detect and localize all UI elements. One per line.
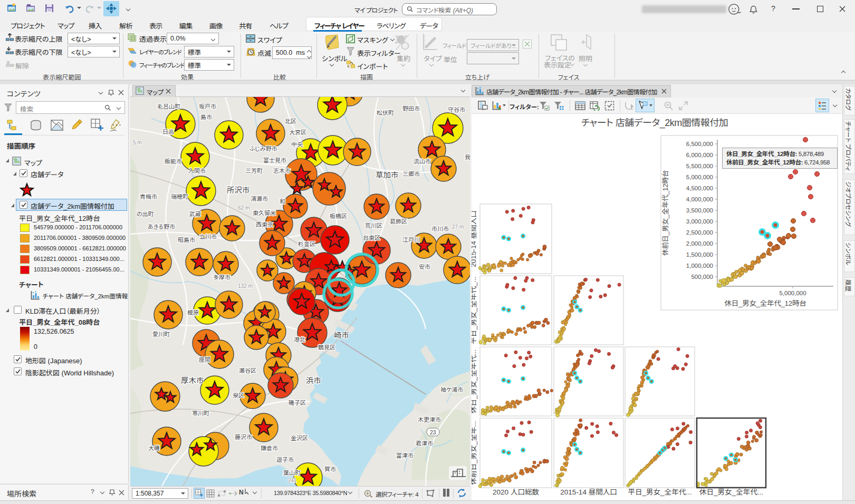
- svg-text:木更津市: 木更津市: [418, 416, 441, 423]
- svg-text:我: 我: [465, 154, 470, 160]
- svg-text:清瀬市: 清瀬市: [251, 196, 268, 202]
- svg-text:港北: 港北: [294, 336, 305, 343]
- svg-text:27 m: 27 m: [452, 224, 464, 230]
- svg-text:飯能市: 飯能市: [165, 158, 182, 164]
- svg-text:磯子区: 磯子区: [289, 400, 306, 406]
- svg-text:2,000,000: 2,000,000: [686, 240, 713, 247]
- svg-text:241: 241: [288, 478, 297, 483]
- svg-text:入間市: 入間市: [188, 168, 206, 174]
- svg-text:三芳町: 三芳町: [245, 168, 263, 174]
- svg-text:厚木市: 厚木市: [181, 376, 204, 385]
- svg-text:瑞穂町: 瑞穂町: [171, 193, 188, 200]
- svg-text:板橋区: 板橋区: [330, 213, 347, 219]
- svg-text:62 m: 62 m: [238, 205, 249, 211]
- svg-text:浜市: 浜市: [306, 376, 321, 385]
- svg-text:志木市: 志木市: [273, 168, 291, 174]
- svg-text:逗子市: 逗子市: [276, 457, 294, 463]
- svg-text:2,500,000: 2,500,000: [686, 229, 713, 236]
- svg-text:北区: 北区: [285, 118, 296, 124]
- svg-text:流山市: 流山市: [414, 158, 431, 164]
- svg-text:平日_男女_全年代...: 平日_男女_全年代...: [628, 488, 692, 496]
- svg-text:4,500,000: 4,500,000: [686, 185, 713, 191]
- svg-text:藤沢市: 藤沢市: [235, 434, 252, 440]
- svg-text:葉山町: 葉山町: [283, 470, 301, 476]
- svg-text:立川市: 立川市: [199, 234, 217, 240]
- svg-text:500,000: 500,000: [691, 274, 713, 280]
- svg-text:松伏町: 松伏町: [377, 110, 394, 116]
- svg-text:中央: 中央: [291, 141, 303, 148]
- svg-text:野田市: 野田市: [402, 105, 420, 112]
- svg-text:あきる野市: あきる野市: [148, 224, 175, 230]
- svg-text:1,500,000: 1,500,000: [686, 251, 713, 258]
- svg-text:賀市: 賀市: [324, 466, 336, 472]
- svg-text:チャート 店舗データ_2km圏情報付加: チャート 店舗データ_2km圏情報付加: [581, 118, 728, 129]
- svg-text:平日_男女_全年代_...: 平日_男女_全年代_...: [472, 276, 477, 344]
- svg-text:袖ケ浦市: 袖ケ浦市: [440, 386, 463, 393]
- svg-text:市川市: 市川市: [431, 226, 449, 232]
- svg-text:6,500,000: 6,500,000: [686, 141, 713, 147]
- svg-text:瀬谷区: 瀬谷区: [239, 367, 256, 374]
- svg-text:多摩市: 多摩市: [213, 274, 230, 280]
- svg-text:西東京: 西東京: [256, 221, 273, 228]
- svg-text:安市: 安市: [419, 264, 430, 270]
- svg-text:23: 23: [430, 429, 436, 435]
- svg-text:君津市: 君津市: [416, 440, 433, 447]
- svg-text:4,000,000: 4,000,000: [686, 196, 713, 202]
- svg-text:毛呂山町: 毛呂山町: [157, 103, 180, 110]
- svg-text:荒川区: 荒川区: [365, 222, 382, 229]
- svg-text:崎市: 崎市: [334, 331, 349, 340]
- svg-text:寒川町: 寒川町: [192, 410, 209, 416]
- svg-text:坂戸市: 坂戸市: [199, 103, 216, 110]
- svg-text:草加市: 草加市: [376, 171, 399, 179]
- svg-text:3,500,000: 3,500,000: [686, 207, 713, 214]
- svg-text:1,000,000: 1,000,000: [686, 263, 713, 269]
- svg-text:休日_男女_全年代...: 休日_男女_全年代...: [699, 488, 763, 496]
- svg-text:休日_男女_全年代...: 休日_男女_全年代...: [472, 350, 477, 413]
- svg-text:富士見市: 富士見市: [263, 157, 286, 163]
- svg-text:模原: 模原: [187, 309, 199, 316]
- svg-text:大宮区: 大宮区: [289, 129, 306, 135]
- svg-text:休日_男女_全年代_12時台: 休日_男女_全年代_12時台: [725, 299, 806, 307]
- svg-text:杉並区: 杉並区: [298, 241, 315, 247]
- svg-text:和: 和: [280, 198, 285, 205]
- svg-text:ふじみ野市: ふじみ野市: [249, 146, 277, 152]
- svg-text:2015-14 昼間人口: 2015-14 昼間人口: [472, 210, 477, 267]
- svg-text:132 m: 132 m: [238, 283, 253, 289]
- svg-text:休前日_男女_全年代_12時台: 休前日_男女_全年代_12時台: [661, 170, 669, 256]
- svg-text:休前日_男女_全年代_12時台: 6,724,958: 休前日_男女_全年代_12時台: 6,724,958: [726, 159, 830, 166]
- svg-text:所沢市: 所沢市: [227, 186, 250, 195]
- svg-text:江戸川: 江戸川: [402, 237, 420, 243]
- svg-text:座間: 座間: [199, 356, 210, 363]
- svg-text:葛飾区: 葛飾区: [390, 218, 407, 225]
- svg-text:愛川町: 愛川町: [152, 331, 170, 337]
- svg-text:泉区: 泉区: [233, 392, 244, 399]
- svg-text:5,000,000: 5,000,000: [779, 290, 806, 296]
- svg-text:台東区: 台東区: [363, 235, 380, 241]
- svg-text:守谷市: 守谷市: [448, 106, 465, 113]
- svg-text:2015-14 昼間人口: 2015-14 昼間人口: [560, 488, 617, 496]
- svg-text:休日_男女_全年代_12時台: 5,878,489: 休日_男女_全年代_12時台: 5,878,489: [726, 150, 824, 157]
- svg-text:休前日_男女_全年...: 休前日_男女_全年...: [472, 421, 477, 485]
- svg-text:三郷市: 三郷市: [402, 171, 420, 177]
- svg-text:大磯: 大磯: [148, 445, 160, 451]
- svg-text:6,000,000: 6,000,000: [686, 152, 713, 158]
- svg-text:5 m: 5 m: [133, 140, 142, 146]
- svg-text:武蔵: 武蔵: [189, 211, 201, 217]
- svg-text:5,500,000: 5,500,000: [686, 163, 713, 169]
- svg-text:日高: 日高: [162, 129, 174, 135]
- svg-text:青梅市: 青梅市: [140, 193, 157, 200]
- svg-text:東久留米: 東久留米: [253, 210, 276, 216]
- svg-text:島市: 島市: [200, 114, 212, 120]
- svg-text:鎌倉市: 鎌倉市: [261, 445, 278, 451]
- svg-text:の出町: の出町: [137, 211, 154, 217]
- svg-text:2020 人口総数: 2020 人口総数: [493, 488, 539, 496]
- svg-text:3,000,000: 3,000,000: [686, 218, 713, 225]
- svg-text:5,000,000: 5,000,000: [686, 174, 713, 180]
- svg-text:金沢区: 金沢区: [291, 435, 308, 441]
- svg-text:鶴見区: 鶴見区: [318, 344, 335, 351]
- svg-text:昭島市: 昭島市: [178, 237, 195, 243]
- svg-text:富津市: 富津市: [396, 452, 414, 459]
